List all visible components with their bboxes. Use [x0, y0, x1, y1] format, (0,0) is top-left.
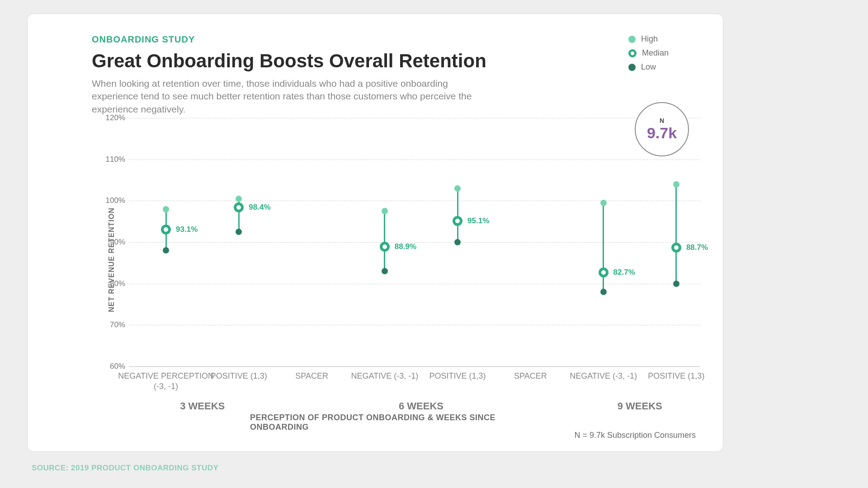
legend-item-low: Low — [628, 62, 669, 72]
legend-item-median: Median — [628, 48, 669, 58]
point-median — [234, 202, 244, 212]
ring-icon — [628, 49, 637, 57]
data-label: 88.7% — [686, 243, 708, 252]
chart-column: 95.1%POSITIVE (1,3) — [417, 118, 498, 366]
point-low — [382, 268, 388, 274]
chart-column: 93.1%NEGATIVE PERCEPTION (-3, -1) — [125, 118, 207, 366]
legend: High Median Low — [628, 34, 669, 76]
sample-size-badge: N 9.7k — [635, 102, 689, 156]
chart-card: ONBOARDING STUDY Great Onboarding Boosts… — [27, 14, 723, 452]
y-tick-label: 90% — [100, 238, 125, 247]
y-tick-label: 110% — [100, 155, 125, 164]
point-median — [380, 242, 390, 252]
point-high — [382, 208, 388, 214]
point-low — [163, 247, 169, 253]
badge-label: N — [660, 117, 664, 124]
eyebrow-label: ONBOARDING STUDY — [92, 34, 700, 45]
badge-value: 9.7k — [647, 124, 677, 142]
data-label: 88.9% — [395, 242, 416, 251]
chart-area: NET REVENUE RETENTION 60%70%80%90%100%11… — [64, 118, 700, 402]
x-group-label: 6 WEEKS — [399, 400, 443, 412]
data-label: 93.1% — [176, 225, 198, 234]
chart-description: When looking at retention over time, tho… — [92, 77, 481, 116]
x-axis-label: PERCEPTION OF PRODUCT ONBOARDING & WEEKS… — [250, 413, 550, 432]
point-median — [671, 243, 681, 253]
point-low — [236, 229, 242, 235]
chart-column: 88.7%POSITIVE (1,3) — [636, 118, 717, 366]
y-tick-label: 100% — [100, 196, 125, 205]
point-high — [163, 206, 169, 212]
point-median — [161, 225, 171, 235]
range-line — [675, 184, 677, 284]
point-low — [454, 239, 461, 245]
grid-line — [129, 366, 700, 367]
source-label: SOURCE: 2019 PRODUCT ONBOARDING STUDY — [32, 464, 218, 473]
x-category-label: POSITIVE (1,3) — [627, 371, 726, 381]
y-tick-label: 80% — [100, 279, 125, 288]
chart-column: 88.9%NEGATIVE (-3, -1) — [344, 118, 425, 366]
range-line — [457, 188, 458, 242]
footnote: N = 9.7k Subscription Consumers — [574, 431, 696, 440]
y-tick-label: 70% — [100, 320, 125, 329]
legend-item-high: High — [628, 34, 669, 44]
dot-icon — [628, 64, 636, 71]
x-group-label: 3 WEEKS — [180, 400, 225, 412]
point-high — [673, 181, 679, 188]
chart-column: 82.7%NEGATIVE (-3, -1) — [563, 118, 644, 366]
dot-icon — [628, 36, 636, 43]
point-high — [454, 185, 461, 192]
chart-column: SPACER — [271, 118, 353, 366]
legend-label: Low — [641, 62, 656, 72]
legend-label: Median — [642, 48, 669, 58]
plot-region: 60%70%80%90%100%110%120%93.1%NEGATIVE PE… — [100, 118, 700, 366]
point-median — [453, 216, 462, 226]
point-low — [600, 289, 607, 295]
data-label: 82.7% — [613, 268, 635, 277]
point-high — [236, 196, 242, 202]
range-line — [384, 211, 385, 271]
point-high — [600, 200, 607, 206]
chart-column: 98.4%POSITIVE (1,3) — [198, 118, 279, 366]
data-label: 95.1% — [467, 216, 489, 225]
y-tick-label: 60% — [100, 362, 125, 371]
legend-label: High — [641, 34, 658, 44]
y-tick-label: 120% — [100, 113, 125, 122]
chart-title: Great Onboarding Boosts Overall Retentio… — [92, 50, 700, 72]
point-low — [673, 281, 679, 287]
point-median — [599, 267, 609, 277]
range-line — [603, 203, 604, 292]
chart-column: SPACER — [490, 118, 571, 366]
x-group-label: 9 WEEKS — [618, 400, 662, 412]
data-label: 98.4% — [249, 203, 270, 212]
